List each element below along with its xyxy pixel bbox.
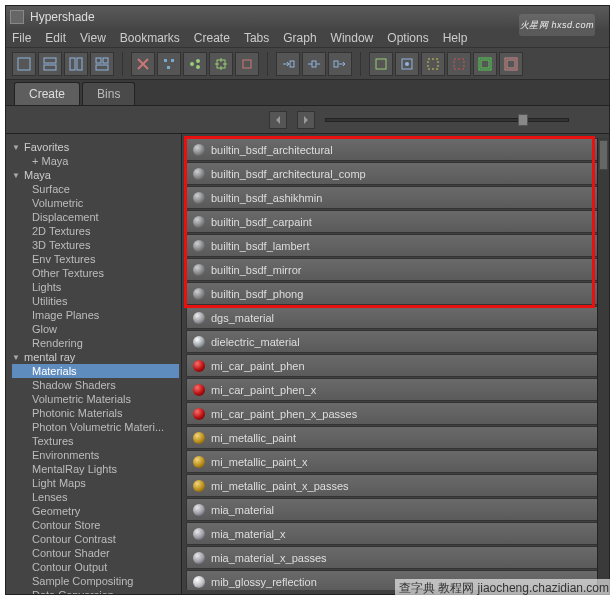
tool-rearrange[interactable] [157, 52, 181, 76]
material-swatch-icon [193, 144, 205, 156]
scrollbar-vertical[interactable] [597, 138, 609, 590]
tree-item[interactable]: Data Conversion [12, 588, 179, 594]
material-label: dgs_material [211, 312, 274, 324]
tool-layout-2[interactable] [38, 52, 62, 76]
material-row[interactable]: mi_car_paint_phen_x_passes [186, 402, 605, 425]
material-label: builtin_bsdf_mirror [211, 264, 301, 276]
svg-rect-0 [18, 58, 30, 70]
tool-container-4[interactable] [447, 52, 471, 76]
tree-heading-favorites[interactable]: ▼Favorites [12, 140, 179, 154]
tree-item[interactable]: MentalRay Lights [12, 462, 179, 476]
zoom-slider[interactable] [325, 118, 570, 122]
tool-graph-materials[interactable] [183, 52, 207, 76]
tree-item[interactable]: Volumetric Materials [12, 392, 179, 406]
toolbar [6, 48, 609, 80]
zoom-slider-row [6, 106, 609, 134]
tool-layout-4[interactable] [90, 52, 114, 76]
material-row[interactable]: mia_material_x [186, 522, 605, 545]
tool-container-1[interactable] [369, 52, 393, 76]
tool-add-selected[interactable] [209, 52, 233, 76]
tree-item[interactable]: 2D Textures [12, 224, 179, 238]
menu-bookmarks[interactable]: Bookmarks [120, 31, 180, 45]
tree-item[interactable]: Sample Compositing [12, 574, 179, 588]
tree-item[interactable]: Contour Output [12, 560, 179, 574]
tree-item[interactable]: Glow [12, 322, 179, 336]
tree-item[interactable]: Geometry [12, 504, 179, 518]
material-row[interactable]: mi_car_paint_phen [186, 354, 605, 377]
tool-output-connections[interactable] [328, 52, 352, 76]
material-swatch-icon [193, 240, 205, 252]
tool-clear-graph[interactable] [131, 52, 155, 76]
material-row[interactable]: mia_material [186, 498, 605, 521]
material-swatch-icon [193, 480, 205, 492]
tool-input-output[interactable] [302, 52, 326, 76]
tree-item[interactable]: Shadow Shaders [12, 378, 179, 392]
material-row[interactable]: mi_metallic_paint_x [186, 450, 605, 473]
material-row[interactable]: mi_metallic_paint_x_passes [186, 474, 605, 497]
scrollbar-thumb[interactable] [599, 140, 608, 170]
svg-rect-9 [171, 59, 174, 62]
menu-view[interactable]: View [80, 31, 106, 45]
tree-item[interactable]: Lights [12, 280, 179, 294]
tree-item[interactable]: Lenses [12, 490, 179, 504]
tree-heading-mentalray[interactable]: ▼mental ray [12, 350, 179, 364]
menu-window[interactable]: Window [331, 31, 374, 45]
material-row[interactable]: builtin_bsdf_phong [186, 282, 605, 305]
tree-item[interactable]: Rendering [12, 336, 179, 350]
window-title: Hypershade [30, 10, 95, 24]
tree-item[interactable]: Photonic Materials [12, 406, 179, 420]
tool-container-3[interactable] [421, 52, 445, 76]
tab-create[interactable]: Create [14, 82, 80, 105]
tree-item[interactable]: Contour Contrast [12, 532, 179, 546]
material-row[interactable]: mia_material_x_passes [186, 546, 605, 569]
material-row[interactable]: builtin_bsdf_lambert [186, 234, 605, 257]
tree-heading-maya[interactable]: ▼Maya [12, 168, 179, 182]
zoom-slider-thumb[interactable] [518, 114, 528, 126]
tool-remove-selected[interactable] [235, 52, 259, 76]
tool-input-connections[interactable] [276, 52, 300, 76]
menu-create[interactable]: Create [194, 31, 230, 45]
zoom-step-right[interactable] [297, 111, 315, 129]
material-row[interactable]: builtin_bsdf_architectural_comp [186, 162, 605, 185]
material-row[interactable]: mi_metallic_paint [186, 426, 605, 449]
tree-item[interactable]: + Maya [12, 154, 179, 168]
tree-item[interactable]: Contour Store [12, 518, 179, 532]
tree-item[interactable]: Photon Volumetric Materi... [12, 420, 179, 434]
menu-tabs[interactable]: Tabs [244, 31, 269, 45]
tool-container-2[interactable] [395, 52, 419, 76]
tool-layout-3[interactable] [64, 52, 88, 76]
tool-container-6[interactable] [499, 52, 523, 76]
material-row[interactable]: builtin_bsdf_mirror [186, 258, 605, 281]
material-row[interactable]: dgs_material [186, 306, 605, 329]
tree-item[interactable]: Surface [12, 182, 179, 196]
material-swatch-icon [193, 336, 205, 348]
menu-file[interactable]: File [12, 31, 31, 45]
tree-item[interactable]: Environments [12, 448, 179, 462]
tree-item[interactable]: Image Planes [12, 308, 179, 322]
tree-item[interactable]: Other Textures [12, 266, 179, 280]
tree-item[interactable]: Contour Shader [12, 546, 179, 560]
material-label: builtin_bsdf_phong [211, 288, 303, 300]
tree-item[interactable]: Env Textures [12, 252, 179, 266]
tree-item[interactable]: Utilities [12, 294, 179, 308]
menu-graph[interactable]: Graph [283, 31, 316, 45]
menu-edit[interactable]: Edit [45, 31, 66, 45]
tool-container-5[interactable] [473, 52, 497, 76]
material-row[interactable]: builtin_bsdf_ashikhmin [186, 186, 605, 209]
zoom-step-left[interactable] [269, 111, 287, 129]
menu-options[interactable]: Options [387, 31, 428, 45]
tree-item[interactable]: Materials [12, 364, 179, 378]
material-row[interactable]: builtin_bsdf_carpaint [186, 210, 605, 233]
material-swatch-icon [193, 168, 205, 180]
material-row[interactable]: mi_car_paint_phen_x [186, 378, 605, 401]
menu-help[interactable]: Help [443, 31, 468, 45]
tree-item[interactable]: Volumetric [12, 196, 179, 210]
tree-item[interactable]: Textures [12, 434, 179, 448]
tree-item[interactable]: Displacement [12, 210, 179, 224]
tab-bins[interactable]: Bins [82, 82, 135, 105]
tool-layout-1[interactable] [12, 52, 36, 76]
material-row[interactable]: dielectric_material [186, 330, 605, 353]
material-row[interactable]: builtin_bsdf_architectural [186, 138, 605, 161]
tree-item[interactable]: 3D Textures [12, 238, 179, 252]
tree-item[interactable]: Light Maps [12, 476, 179, 490]
